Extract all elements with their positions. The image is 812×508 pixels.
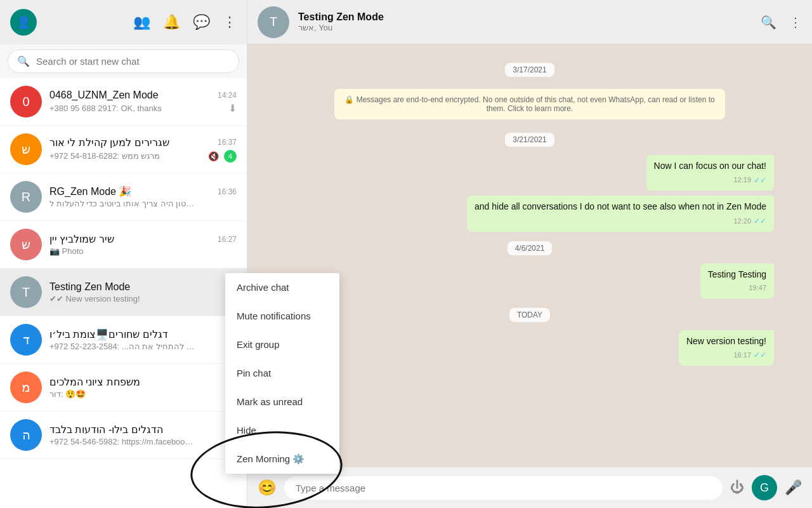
message-bubble: Now I can focus on our chat! 12:19 ✓✓ — [646, 155, 774, 190]
chat-preview: אותו סרטון היה צריך אותו ביוטיב כדי להעל… — [49, 199, 195, 208]
chat-item[interactable]: ה הדגלים בילו- הודעות בלבד 1 +972 54-546… — [0, 411, 247, 459]
chat-info: הדגלים בילו- הודעות בלבד 1 +972 54-546-5… — [49, 424, 237, 446]
chat-name: RG_Zen Mode 🎉 — [49, 185, 131, 197]
chat-item[interactable]: מ משפחת ציוני המלכים 1 דור: 😲🤩 — [0, 364, 247, 411]
context-menu: Archive chat Mute notifications Exit gro… — [225, 273, 339, 474]
chat-info: דגלים שחורים🖥️צומת ביל׳ו 1 +972 52-223-2… — [49, 328, 237, 351]
message-time: 12:19 — [733, 175, 751, 185]
context-menu-item-pin[interactable]: Pin chat — [225, 359, 339, 387]
message-bubble: New version testing! 16:17 ✓✓ — [679, 330, 774, 366]
chat-preview: +380 95 688 2917: OK, thanks — [49, 104, 162, 113]
chat-preview: +972 54-546-5982: https://m.facebook.com… — [49, 437, 195, 446]
chat-info: RG_Zen Mode 🎉 16:36 אותו סרטון היה צריך … — [49, 185, 237, 208]
message-text: New version testing! — [686, 335, 766, 348]
message-time: 12:20 — [733, 217, 751, 226]
chat-info: משפחת ציוני המלכים 1 דור: 😲🤩 — [49, 376, 237, 399]
chat-item[interactable]: ש שיר שמולביץ יין 16:27 📷 Photo — [0, 221, 247, 269]
power-icon[interactable]: ⏻ — [730, 479, 744, 496]
sidebar: 👤 👥 🔔 💬 ⋮ 🔍 0 — [0, 0, 247, 508]
search-input[interactable] — [36, 56, 230, 67]
unread-badge: 4 — [224, 150, 237, 163]
search-inner: 🔍 — [8, 50, 239, 73]
message-check: ✓✓ — [754, 175, 766, 186]
chat-item[interactable]: ש שגרירים למען קהילת לי אור 16:37 +972 5… — [0, 126, 247, 173]
chat-time: 16:36 — [218, 187, 237, 196]
chat-header-icons: 🔍 ⋮ — [761, 15, 802, 30]
context-menu-item-archive[interactable]: Archive chat — [225, 273, 339, 302]
encrypt-notice: 🔒 Messages are end-to-end encrypted. No … — [334, 89, 725, 119]
date-badge: TODAY — [285, 309, 774, 320]
profile-avatar[interactable]: 👤 — [10, 9, 37, 36]
chat-header-info: Testing Zen Mode אשר, You — [298, 11, 752, 32]
chat-item[interactable]: R RG_Zen Mode 🎉 16:36 אותו סרטון היה צרי… — [0, 173, 247, 221]
context-menu-item-unread[interactable]: Mark as unread — [225, 387, 339, 416]
chat-preview: +972 52-223-2584: ...ים,חייבים להתחיל את… — [49, 342, 195, 351]
date-badge: 3/21/2021 — [285, 133, 774, 145]
chat-time: 14:24 — [218, 91, 237, 100]
chat-header: T Testing Zen Mode אשר, You 🔍 ⋮ — [247, 0, 812, 44]
chat-search-icon[interactable]: 🔍 — [761, 15, 776, 30]
message-text: Now I can focus on our chat! — [654, 160, 766, 173]
main-area: 👤 👥 🔔 💬 ⋮ 🔍 0 — [0, 0, 812, 508]
communities-icon[interactable]: 👥 — [133, 14, 150, 30]
message-sent: and hide all conversations I do not want… — [285, 196, 774, 231]
chat-preview: +972 54-818-6282: מרגש ממש — [49, 151, 160, 161]
mic-icon[interactable]: 🎤 — [785, 479, 802, 496]
context-menu-item-hide[interactable]: Hide — [225, 416, 339, 444]
new-chat-icon[interactable]: 💬 — [193, 14, 210, 30]
chat-time: 16:37 — [218, 138, 237, 147]
chat-name: שגרירים למען קהילת לי אור — [49, 137, 169, 149]
message-check: ✓✓ — [754, 350, 766, 361]
context-menu-item-zen[interactable]: Zen Morning ⚙️ — [225, 444, 339, 474]
avatar: 0 — [10, 86, 42, 117]
chat-info: שגרירים למען קהילת לי אור 16:37 +972 54-… — [49, 137, 237, 163]
message-sent: Now I can focus on our chat! 12:19 ✓✓ — [285, 155, 774, 190]
chat-name: Testing Zen Mode — [49, 281, 130, 293]
chat-info: Testing Zen Mode 1 ✔✔ New version testin… — [49, 281, 237, 304]
message-time: 16:17 — [733, 351, 751, 360]
chat-name: שיר שמולביץ יין — [49, 233, 114, 245]
chat-list: 0 0468_UZNM_Zen Mode 14:24 +380 95 688 2… — [0, 78, 247, 508]
date-badge: 4/6/2021 — [285, 242, 774, 253]
avatar: T — [10, 276, 42, 308]
chat-info: שיר שמולביץ יין 16:27 📷 Photo — [49, 233, 237, 256]
mute-icon: 🔇 — [208, 151, 219, 161]
search-icon: 🔍 — [17, 55, 30, 67]
avatar: ש — [10, 133, 42, 165]
avatar: ה — [10, 419, 42, 451]
context-menu-item-exit[interactable]: Exit group — [225, 330, 339, 359]
archive-icon: ⬇ — [228, 102, 237, 114]
chat-preview: ✔✔ New version testing! — [49, 294, 140, 304]
chat-name: דגלים שחורים🖥️צומת ביל׳ו — [49, 328, 168, 340]
message-check: ✓✓ — [754, 216, 766, 227]
status-icon[interactable]: 🔔 — [163, 14, 180, 30]
avatar: R — [10, 181, 42, 213]
chat-preview: 📷 Photo — [49, 246, 84, 256]
context-menu-item-mute[interactable]: Mute notifications — [225, 302, 339, 330]
message-time: 19:47 — [749, 283, 766, 293]
emoji-icon[interactable]: 😊 — [258, 479, 277, 497]
message-sent: Testing Testing 19:47 — [285, 264, 774, 298]
chat-avatar: T — [258, 6, 289, 38]
sidebar-header: 👤 👥 🔔 💬 ⋮ — [0, 0, 247, 44]
chat-name: משפחת ציוני המלכים — [49, 376, 140, 388]
chat-name: 0468_UZNM_Zen Mode — [49, 90, 159, 101]
chat-input[interactable] — [284, 476, 723, 500]
chat-item-active[interactable]: T Testing Zen Mode 1 ✔✔ New version test… — [0, 269, 247, 316]
chat-header-name: Testing Zen Mode — [298, 11, 752, 23]
send-button[interactable]: G — [752, 475, 777, 500]
message-bubble: Testing Testing 19:47 — [700, 264, 774, 298]
chat-item[interactable]: 0 0468_UZNM_Zen Mode 14:24 +380 95 688 2… — [0, 78, 247, 126]
app: 👤 👥 🔔 💬 ⋮ 🔍 0 — [0, 0, 812, 508]
message-sent: New version testing! 16:17 ✓✓ — [285, 330, 774, 366]
message-text: and hide all conversations I do not want… — [475, 201, 766, 213]
message-bubble: and hide all conversations I do not want… — [467, 196, 774, 231]
search-bar: 🔍 — [0, 44, 247, 78]
chat-header-sub: אשר, You — [298, 23, 752, 32]
message-text: Testing Testing — [708, 269, 766, 281]
menu-icon[interactable]: ⋮ — [223, 14, 237, 30]
chat-item[interactable]: ד דגלים שחורים🖥️צומת ביל׳ו 1 +972 52-223… — [0, 316, 247, 364]
chat-time: 16:27 — [218, 235, 237, 244]
date-badge: 3/17/2021 — [285, 64, 774, 75]
chat-more-icon[interactable]: ⋮ — [789, 15, 802, 30]
